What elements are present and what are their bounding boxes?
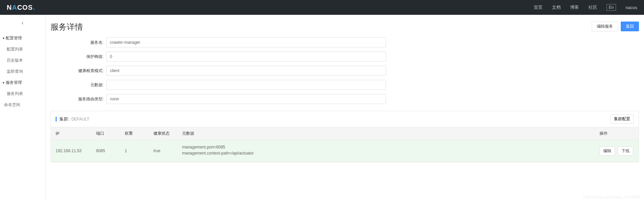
sidebar-item-namespace[interactable]: 命名空间 — [0, 99, 45, 110]
sidebar: ‹ ▾ 配置管理 配置列表 历史版本 监听查询 ▾ 服务管理 服务列表 命名空间 — [0, 15, 46, 201]
td-action: 编辑 下线 — [595, 140, 639, 162]
form-section: 服务名: 保护阀值: 健康检查模式: 元数据: 服务路由类型: — [51, 37, 388, 104]
form-row-metadata: 元数据: — [51, 80, 388, 90]
cluster-header: 集群: DEFAULT 集群配置 — [51, 111, 639, 127]
logo-text: N — [7, 4, 12, 11]
th-action: 操作 — [595, 127, 639, 140]
metadata-line: management.context-path=/api/actuator — [182, 151, 590, 156]
sidebar-collapse-icon[interactable]: ‹ — [0, 20, 45, 26]
cluster-name: DEFAULT — [71, 117, 89, 122]
instance-table: IP 端口 权重 健康状态 元数据 操作 192.168.11.53 8085 … — [51, 127, 639, 162]
th-metadata: 元数据 — [177, 127, 595, 140]
page-title: 服务详情 — [51, 22, 83, 32]
sidebar-group-config[interactable]: ▾ 配置管理 — [0, 33, 45, 44]
health-mode-input[interactable] — [106, 66, 386, 76]
td-port: 8085 — [91, 140, 120, 162]
th-health: 健康状态 — [149, 127, 177, 140]
td-ip: 192.168.11.53 — [51, 140, 91, 162]
form-row-service-name: 服务名: — [51, 37, 388, 47]
back-button[interactable]: 返回 — [621, 22, 639, 31]
metadata-label: 元数据: — [51, 82, 106, 88]
threshold-input[interactable] — [106, 52, 386, 62]
th-port: 端口 — [91, 127, 120, 140]
service-name-input[interactable] — [106, 37, 386, 47]
logo-text2: COS — [17, 4, 33, 11]
content: 服务详情 编辑服务 返回 服务名: 保护阀值: 健康检查模式: 元数据: — [46, 15, 644, 201]
cluster-bar-icon — [56, 117, 57, 122]
sidebar-group-label: 服务管理 — [6, 80, 22, 86]
nav-blog[interactable]: 博客 — [570, 4, 579, 10]
sidebar-group-label: 配置管理 — [6, 35, 22, 41]
logo-dot: . — [33, 4, 35, 11]
lang-toggle[interactable]: En — [607, 4, 616, 11]
cluster-title-wrap: 集群: DEFAULT — [56, 116, 89, 122]
nav-docs[interactable]: 文档 — [552, 4, 561, 10]
metadata-line: management.port=8085 — [182, 145, 590, 149]
nav-home[interactable]: 首页 — [534, 4, 543, 10]
service-name-label: 服务名: — [51, 40, 106, 45]
edit-service-button[interactable]: 编辑服务 — [592, 22, 618, 31]
user-name[interactable]: nacos — [625, 5, 637, 10]
td-metadata: management.port=8085 management.context-… — [177, 140, 595, 162]
logo-accent: A — [12, 4, 17, 11]
route-type-input[interactable] — [106, 94, 386, 104]
td-health: true — [149, 140, 177, 162]
form-row-threshold: 保护阀值: — [51, 52, 388, 62]
form-row-health-mode: 健康检查模式: — [51, 66, 388, 76]
logo: NACOS. — [7, 4, 35, 11]
route-type-label: 服务路由类型: — [51, 96, 106, 102]
page-header: 服务详情 编辑服务 返回 — [51, 22, 639, 32]
sidebar-item-listen[interactable]: 监听查询 — [0, 66, 45, 77]
table-header-row: IP 端口 权重 健康状态 元数据 操作 — [51, 127, 639, 140]
main-layout: ‹ ▾ 配置管理 配置列表 历史版本 监听查询 ▾ 服务管理 服务列表 命名空间… — [0, 15, 644, 201]
nav-community[interactable]: 社区 — [588, 4, 597, 10]
header-buttons: 编辑服务 返回 — [592, 22, 639, 31]
caret-down-icon: ▾ — [3, 81, 4, 85]
td-weight: 1 — [120, 140, 149, 162]
watermark: https://blog.csdn.net/qq_28379809 — [583, 195, 640, 199]
cluster-config-button[interactable]: 集群配置 — [610, 114, 634, 124]
metadata-input[interactable] — [106, 80, 386, 90]
top-header: NACOS. 首页 文档 博客 社区 En nacos — [0, 0, 644, 15]
cluster-panel: 集群: DEFAULT 集群配置 IP 端口 权重 健康状态 元数据 操作 — [51, 111, 639, 162]
health-mode-label: 健康检查模式: — [51, 68, 106, 74]
edit-instance-button[interactable]: 编辑 — [599, 146, 615, 156]
sidebar-group-service[interactable]: ▾ 服务管理 — [0, 77, 45, 88]
threshold-label: 保护阀值: — [51, 54, 106, 60]
offline-button[interactable]: 下线 — [618, 146, 633, 156]
sidebar-item-history[interactable]: 历史版本 — [0, 55, 45, 66]
table-row: 192.168.11.53 8085 1 true management.por… — [51, 140, 639, 162]
cluster-title: 集群: — [59, 116, 69, 122]
th-ip: IP — [51, 127, 91, 140]
sidebar-item-config-list[interactable]: 配置列表 — [0, 44, 45, 55]
caret-down-icon: ▾ — [3, 36, 4, 40]
nav-items: 首页 文档 博客 社区 En nacos — [534, 4, 637, 11]
form-row-route-type: 服务路由类型: — [51, 94, 388, 104]
th-weight: 权重 — [120, 127, 149, 140]
sidebar-item-service-list[interactable]: 服务列表 — [0, 88, 45, 99]
action-buttons: 编辑 下线 — [599, 146, 634, 156]
